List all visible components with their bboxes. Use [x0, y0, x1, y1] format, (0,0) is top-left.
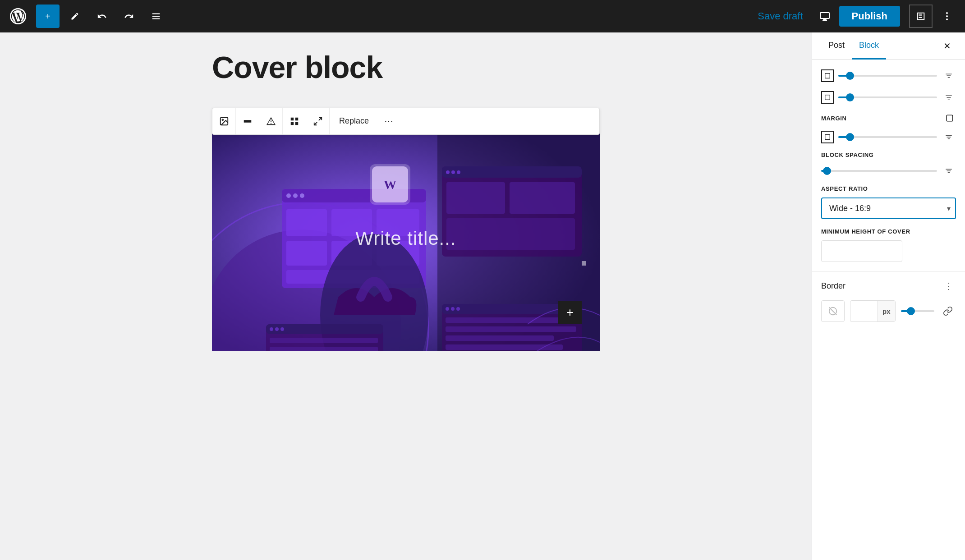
slider-row-3: [821, 130, 956, 144]
sidebar-icon: [916, 11, 926, 21]
slider-3-icon: [821, 131, 834, 143]
margin-expand-button[interactable]: [943, 112, 956, 124]
expand-icon: [313, 116, 323, 126]
svg-rect-62: [825, 135, 830, 140]
svg-rect-52: [446, 326, 576, 332]
cover-block: W: [212, 126, 600, 351]
aspect-ratio-label: ASPECT RATIO: [821, 185, 956, 192]
svg-point-30: [451, 170, 455, 174]
slider-3-thumb[interactable]: [846, 133, 854, 141]
write-title-placeholder[interactable]: Write title...: [355, 228, 456, 249]
editor-area: Cover block: [0, 32, 812, 560]
sidebar-close-button[interactable]: ✕: [938, 37, 956, 55]
settings-icon-2: [945, 93, 953, 101]
save-draft-button[interactable]: Save draft: [750, 6, 810, 27]
aspect-ratio-select-wrapper: None Square - 1:1 Standard - 4:3 Wide - …: [821, 197, 956, 219]
border-slider-track: [901, 310, 934, 312]
border-slider-wrapper[interactable]: [901, 306, 934, 317]
slider-2-thumb[interactable]: [846, 93, 854, 101]
block-spacing-slider-wrapper[interactable]: [821, 165, 937, 176]
list-view-button[interactable]: [144, 5, 168, 28]
more-options-button[interactable]: [936, 5, 958, 27]
border-title: Border: [821, 281, 846, 291]
warning-toolbar-button[interactable]: [259, 108, 283, 134]
border-px-wrapper: px: [850, 300, 896, 322]
svg-point-38: [270, 327, 273, 331]
slider-1-wrapper[interactable]: [838, 70, 937, 81]
wp-logo: [7, 0, 29, 32]
add-block-button[interactable]: +: [36, 5, 60, 28]
slider-2-settings-button[interactable]: [942, 90, 956, 105]
slider-2-wrapper[interactable]: [838, 92, 937, 103]
svg-rect-5: [244, 120, 251, 123]
preview-icon: [819, 11, 830, 22]
redo-icon: [124, 11, 134, 21]
post-title[interactable]: Cover block: [212, 50, 600, 84]
tab-block[interactable]: Block: [852, 32, 886, 60]
svg-point-15: [293, 193, 298, 198]
image-toolbar-button[interactable]: [212, 108, 236, 134]
block-spacing-thumb[interactable]: [823, 167, 831, 175]
no-border-icon: [828, 306, 838, 316]
svg-rect-51: [446, 317, 576, 323]
svg-rect-32: [446, 182, 505, 214]
min-height-input-wrapper: PX: [821, 240, 902, 262]
add-block-inside-button[interactable]: +: [558, 301, 582, 324]
min-height-input[interactable]: [822, 247, 902, 256]
margin-label-text: MARGIN: [821, 115, 847, 122]
border-slider-thumb[interactable]: [907, 307, 915, 315]
block-spacing-settings-button[interactable]: [942, 164, 956, 178]
border-section: Border ⋮ px: [821, 279, 956, 322]
slider-2-icon: [821, 91, 834, 104]
right-sidebar: Post Block ✕: [812, 32, 965, 560]
svg-rect-54: [446, 344, 563, 350]
slider-3-track: [838, 136, 937, 138]
svg-rect-57: [582, 261, 586, 266]
slider-1-settings-button[interactable]: [942, 69, 956, 83]
svg-rect-41: [270, 338, 378, 343]
sidebar-tabs: Post Block ✕: [812, 32, 965, 60]
list-view-icon: [151, 11, 161, 21]
block-toolbar: Replace ⋯: [212, 108, 600, 135]
svg-text:W: W: [384, 178, 396, 192]
padding-icon-1: [824, 72, 831, 79]
expand-toolbar-button[interactable]: [306, 108, 330, 134]
border-color-button[interactable]: [821, 300, 845, 322]
align-icon: [243, 116, 253, 126]
aspect-ratio-select[interactable]: None Square - 1:1 Standard - 4:3 Wide - …: [821, 197, 956, 219]
padding-icon-2: [824, 94, 831, 101]
border-link-button[interactable]: [940, 303, 956, 319]
svg-line-7: [314, 122, 317, 125]
pen-tool-button[interactable]: [63, 5, 87, 28]
border-width-input[interactable]: [850, 307, 878, 316]
preview-button[interactable]: [814, 5, 836, 27]
svg-point-39: [275, 327, 279, 331]
svg-point-16: [300, 193, 304, 198]
slider-3-wrapper[interactable]: [838, 132, 937, 142]
slider-1-thumb[interactable]: [846, 72, 854, 80]
slider-row-2: [821, 90, 956, 105]
block-spacing-label: BLOCK SPACING: [821, 151, 956, 158]
align-toolbar-button[interactable]: [236, 108, 259, 134]
wp-icon: [10, 8, 26, 24]
undo-button[interactable]: [90, 5, 114, 28]
redo-button[interactable]: [117, 5, 141, 28]
svg-point-49: [451, 307, 455, 311]
svg-rect-33: [510, 182, 575, 214]
svg-point-2: [946, 18, 948, 20]
svg-point-1: [946, 15, 948, 17]
svg-rect-42: [270, 347, 378, 351]
grid-toolbar-button[interactable]: [283, 108, 306, 134]
min-height-label: MINIMUM HEIGHT OF COVER: [821, 228, 956, 235]
publish-button[interactable]: Publish: [839, 6, 900, 27]
link-icon: [943, 306, 953, 316]
tab-post[interactable]: Post: [821, 32, 852, 60]
block-more-button[interactable]: ⋯: [378, 108, 400, 134]
margin-icon: [824, 133, 831, 141]
replace-button[interactable]: Replace: [330, 108, 378, 134]
sidebar-toggle-button[interactable]: [909, 5, 933, 28]
border-more-button[interactable]: ⋮: [942, 279, 956, 293]
slider-row-1: [821, 69, 956, 83]
slider-3-settings-button[interactable]: [942, 130, 956, 144]
svg-line-6: [318, 118, 321, 120]
